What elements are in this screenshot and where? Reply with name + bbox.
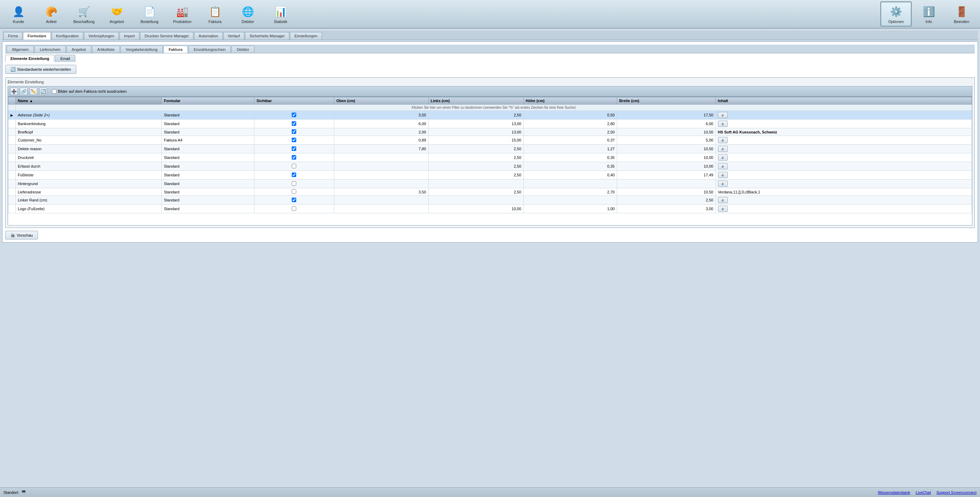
cell-sichtbar[interactable] bbox=[254, 171, 334, 180]
sichtbar-checkbox[interactable] bbox=[292, 129, 296, 134]
table-row[interactable]: HintergrundStandarda bbox=[8, 180, 972, 188]
main-tab-konfiguration[interactable]: Konfiguration bbox=[52, 32, 83, 40]
cell-sichtbar[interactable] bbox=[254, 111, 334, 119]
cell-sichtbar[interactable] bbox=[254, 136, 334, 145]
sichtbar-checkbox[interactable] bbox=[292, 155, 296, 159]
cell-inhalt[interactable]: a bbox=[716, 180, 972, 188]
ee-tab-email[interactable]: Email bbox=[55, 55, 75, 62]
link-element-button[interactable]: 🔗 bbox=[20, 88, 27, 95]
main-tab-sicherheits[interactable]: Sicherheits Manager bbox=[245, 32, 289, 40]
col-header-oben[interactable]: Oben (cm) bbox=[334, 97, 428, 105]
table-row[interactable]: Linker Rand (cm)Standard2,50a bbox=[8, 196, 972, 205]
sichtbar-checkbox[interactable] bbox=[292, 189, 296, 194]
toolbar-item-beenden[interactable]: 🚪Beenden bbox=[946, 2, 977, 27]
inhalt-button[interactable]: a bbox=[718, 146, 728, 152]
cell-sichtbar[interactable] bbox=[254, 153, 334, 162]
ee-tab-elemente_einstellung[interactable]: Elemente Einstellung bbox=[5, 55, 54, 62]
toolbar-item-optionen[interactable]: ⚙️Optionen bbox=[880, 2, 912, 27]
main-tab-verlauf[interactable]: Verlauf bbox=[223, 32, 244, 40]
table-row[interactable]: Logo (Fußzeile)Standard10,001,003,00a bbox=[8, 205, 972, 213]
cell-sichtbar[interactable] bbox=[254, 119, 334, 128]
status-link-livechat[interactable]: LiveChat bbox=[916, 491, 931, 495]
sub-tab-faktura[interactable]: Faktura bbox=[164, 46, 188, 53]
cell-sichtbar[interactable] bbox=[254, 162, 334, 171]
main-tab-drucken_service[interactable]: Drucken Service Manager bbox=[140, 32, 193, 40]
main-tab-einstellungen[interactable]: Einstellungen bbox=[290, 32, 322, 40]
inhalt-button[interactable]: a bbox=[718, 197, 728, 203]
toolbar-item-angebot[interactable]: 🤝Angebot bbox=[101, 2, 132, 27]
cell-sichtbar[interactable] bbox=[254, 205, 334, 213]
inhalt-button[interactable]: a bbox=[718, 205, 728, 212]
toolbar-item-artikel[interactable]: 🥐Artikel bbox=[35, 2, 67, 27]
status-link-wissensdatenbank[interactable]: Wissensdatenbank bbox=[878, 491, 910, 495]
sichtbar-checkbox[interactable] bbox=[292, 138, 296, 142]
toolbar-item-beschaffung[interactable]: 🛒Beschaffung bbox=[68, 2, 100, 27]
cell-inhalt[interactable]: a bbox=[716, 145, 972, 153]
table-row[interactable]: ▶Adresse (Seite 2+)Standard3,502,500,501… bbox=[8, 111, 972, 119]
cell-inhalt[interactable]: a bbox=[716, 171, 972, 180]
main-tab-verknupfungen[interactable]: Verknüpfungen bbox=[84, 32, 119, 40]
standort-icon[interactable]: 🖥️ bbox=[21, 490, 26, 495]
cell-inhalt[interactable]: a bbox=[716, 162, 972, 171]
vorschau-button[interactable]: 🖨️ Vorschau bbox=[5, 231, 38, 239]
cell-inhalt[interactable]: a bbox=[716, 119, 972, 128]
main-tab-automation[interactable]: Automation bbox=[194, 32, 223, 40]
table-row[interactable]: Customer_NoFaktura A40,8915,000,375,00a bbox=[8, 136, 972, 145]
table-row[interactable]: LieferadresseStandard3,502,502,7010,50Ve… bbox=[8, 188, 972, 196]
bilder-checkbox[interactable] bbox=[52, 89, 56, 94]
main-tab-import[interactable]: Import bbox=[119, 32, 139, 40]
sichtbar-checkbox[interactable] bbox=[292, 121, 296, 126]
cell-inhalt[interactable]: a bbox=[716, 153, 972, 162]
status-link-support-screenconnect[interactable]: Support Screenconnect bbox=[936, 491, 977, 495]
sichtbar-checkbox[interactable] bbox=[292, 181, 296, 186]
col-header-formular[interactable]: Formular bbox=[162, 97, 255, 105]
cell-inhalt[interactable]: a bbox=[716, 111, 972, 119]
table-row[interactable]: DruckzeitStandard2,500,3510,00a bbox=[8, 153, 972, 162]
col-header-hohe[interactable]: Höhe (cm) bbox=[523, 97, 617, 105]
col-header-name[interactable]: Name ▲ bbox=[16, 97, 162, 105]
sichtbar-checkbox[interactable] bbox=[292, 147, 296, 151]
cell-sichtbar[interactable] bbox=[254, 196, 334, 205]
table-row[interactable]: BankverbindungStandard6,0013,002,806,00a bbox=[8, 119, 972, 128]
sub-tab-einzahlungsschein[interactable]: Einzahlungsschein bbox=[189, 46, 231, 53]
toolbar-item-produktion[interactable]: 🏭Produktion bbox=[167, 2, 198, 27]
main-tab-formulare[interactable]: Formulare bbox=[23, 32, 51, 40]
sub-tab-lieferschein[interactable]: Lieferschein bbox=[35, 46, 65, 53]
inhalt-button[interactable]: a bbox=[718, 163, 728, 169]
sichtbar-checkbox[interactable] bbox=[292, 206, 296, 211]
inhalt-button[interactable]: a bbox=[718, 112, 728, 118]
table-row[interactable]: Delete reasonStandard7,802,501,2710,50a bbox=[8, 145, 972, 153]
inhalt-button[interactable]: a bbox=[718, 172, 728, 178]
sichtbar-checkbox[interactable] bbox=[292, 164, 296, 168]
sichtbar-checkbox[interactable] bbox=[292, 198, 296, 202]
edit-element-button[interactable]: ✏️ bbox=[30, 88, 37, 95]
toolbar-item-info[interactable]: ℹ️Info bbox=[913, 2, 945, 27]
cell-sichtbar[interactable] bbox=[254, 188, 334, 196]
toolbar-item-faktura[interactable]: 📋Faktura bbox=[199, 2, 231, 27]
toolbar-item-debitor[interactable]: 🌐Debitor bbox=[232, 2, 264, 27]
sub-tab-artikelliste[interactable]: Artikelliste bbox=[92, 46, 120, 53]
inhalt-button[interactable]: a bbox=[718, 180, 728, 187]
refresh-element-button[interactable]: 🔄 bbox=[40, 88, 47, 95]
cell-inhalt[interactable]: a bbox=[716, 196, 972, 205]
cell-sichtbar[interactable] bbox=[254, 145, 334, 153]
col-header-inhalt[interactable]: Inhalt bbox=[716, 97, 972, 105]
sichtbar-checkbox[interactable] bbox=[292, 113, 296, 117]
restore-defaults-button[interactable]: 🔄 Standardwerte wiederherstellen bbox=[5, 65, 76, 74]
cell-inhalt[interactable]: a bbox=[716, 136, 972, 145]
cell-inhalt[interactable]: a bbox=[716, 205, 972, 213]
sub-tab-debitor[interactable]: Debitor bbox=[231, 46, 254, 53]
bilder-checkbox-label[interactable]: Bilder auf dem Faktura nicht ausdrucken bbox=[52, 89, 127, 94]
cell-sichtbar[interactable] bbox=[254, 128, 334, 136]
col-header-links[interactable]: Links (cm) bbox=[428, 97, 523, 105]
add-element-button[interactable]: ➕ bbox=[10, 88, 18, 95]
sub-tab-vorgabebestellung[interactable]: Vorgabebestellung bbox=[121, 46, 163, 53]
inhalt-button[interactable]: a bbox=[718, 155, 728, 161]
inhalt-button[interactable]: a bbox=[718, 137, 728, 143]
inhalt-button[interactable]: a bbox=[718, 121, 728, 127]
toolbar-item-bestellung[interactable]: 📄Bestellung bbox=[134, 2, 165, 27]
sub-tab-angebot[interactable]: Angebot bbox=[67, 46, 91, 53]
table-row[interactable]: FußleisteStandard2,500,4017,49a bbox=[8, 171, 972, 180]
col-header-breite[interactable]: Breite (cm) bbox=[617, 97, 716, 105]
sub-tab-allgemein[interactable]: Allgemein bbox=[6, 46, 34, 53]
